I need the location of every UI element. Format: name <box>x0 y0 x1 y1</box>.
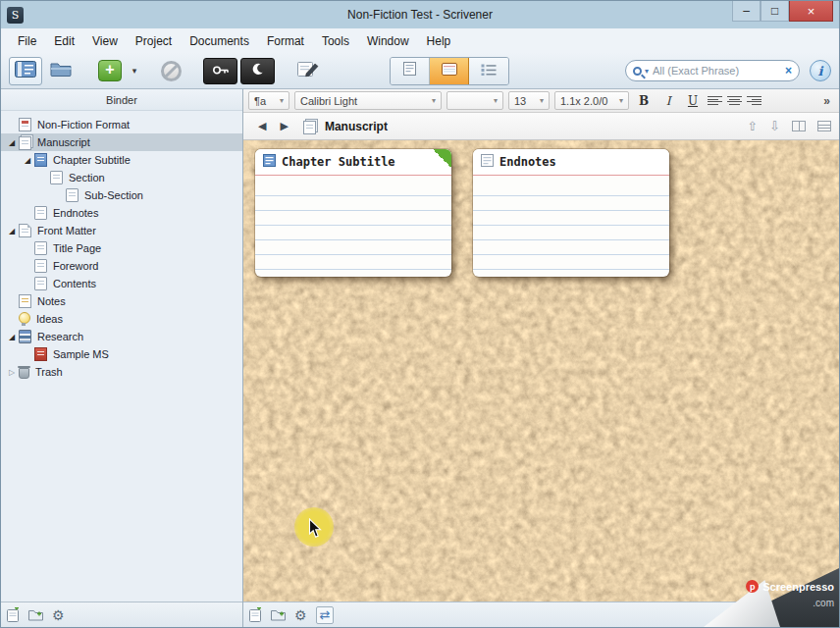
bold-button[interactable]: B <box>634 91 654 110</box>
binder-item-label: Sample MS <box>53 348 109 360</box>
add-item-button[interactable] <box>93 57 127 85</box>
binder-icon <box>15 61 36 81</box>
split-horizontal-icon[interactable] <box>817 121 831 131</box>
split-vertical-icon[interactable] <box>792 121 806 131</box>
binder-item-manuscript[interactable]: Manuscript <box>1 133 242 151</box>
font-select[interactable]: Calibri Light <box>294 91 442 110</box>
font-size-select[interactable]: 13 <box>508 91 550 110</box>
disclosure-expanded-icon[interactable] <box>5 138 19 147</box>
binder-item-ideas[interactable]: Ideas <box>1 310 242 328</box>
up-arrow-icon[interactable]: ⇧ <box>747 119 758 133</box>
align-center-button[interactable] <box>727 95 742 106</box>
close-button[interactable]: × <box>789 1 833 22</box>
menu-project[interactable]: Project <box>127 31 181 51</box>
binder-item-label: Endnotes <box>53 207 98 219</box>
add-item-dropdown[interactable] <box>129 66 140 76</box>
manuscript-icon <box>303 121 316 134</box>
search-icon[interactable] <box>633 67 642 76</box>
gear-icon[interactable]: ⚙ <box>294 608 307 622</box>
binder-item-sub-section[interactable]: Sub-Section <box>1 186 242 204</box>
document-view-button[interactable] <box>391 58 430 84</box>
back-button[interactable]: ◀ <box>251 118 273 134</box>
search-scope-dropdown-icon[interactable]: ▾ <box>645 67 649 76</box>
collections-button[interactable] <box>44 57 78 85</box>
idea-icon <box>19 312 30 326</box>
italic-button[interactable]: I <box>658 91 678 110</box>
minimize-button[interactable]: – <box>732 1 761 22</box>
menu-window[interactable]: Window <box>358 31 418 51</box>
menu-documents[interactable]: Documents <box>181 31 258 51</box>
remove-button[interactable] <box>154 57 187 85</box>
binder-item-label: Contents <box>53 278 96 289</box>
binder-item-section[interactable]: Section <box>1 169 242 186</box>
search-clear-icon[interactable]: × <box>781 64 792 78</box>
align-left-button[interactable] <box>708 95 722 106</box>
binder-item-front-matter[interactable]: Front Matter <box>1 222 242 239</box>
add-folder-button[interactable] <box>28 608 43 621</box>
card-ruled-lines <box>473 182 669 277</box>
binder-item-label: Notes <box>37 295 66 307</box>
doc-icon <box>66 188 79 202</box>
binder-item-non-fiction-format[interactable]: Non-Fiction Format <box>1 116 242 133</box>
binder-item-sample-ms[interactable]: Sample MS <box>1 345 242 363</box>
gear-icon[interactable]: ⚙ <box>52 608 65 622</box>
font-variant-select[interactable] <box>446 91 503 110</box>
menu-format[interactable]: Format <box>258 31 313 51</box>
outliner-view-button[interactable] <box>469 58 508 84</box>
line-spacing-select[interactable]: 1.1x 2.0/0 <box>554 91 629 110</box>
format-overflow-button[interactable]: » <box>819 94 834 108</box>
doc-icon <box>50 171 63 184</box>
disclosure-expanded-icon[interactable] <box>5 227 19 236</box>
binder-item-label: Ideas <box>36 313 63 325</box>
menu-view[interactable]: View <box>83 31 127 51</box>
compose-new-button[interactable] <box>291 57 325 85</box>
card-title: Endnotes <box>499 155 556 169</box>
manuscript-icon <box>19 136 31 150</box>
key-icon <box>212 62 230 79</box>
binder-item-notes[interactable]: Notes <box>1 292 242 310</box>
pen-icon <box>297 60 319 81</box>
binder-item-research[interactable]: Research <box>1 328 242 345</box>
binder-item-foreword[interactable]: Foreword <box>1 257 242 275</box>
add-document-button[interactable] <box>7 607 20 622</box>
binder-tree: Non-Fiction Format Manuscript Chapter Su… <box>1 111 242 602</box>
corkboard-view-button[interactable] <box>430 58 469 84</box>
binder-toggle-button[interactable] <box>9 57 42 85</box>
underline-button[interactable]: U <box>683 91 703 110</box>
binder-item-trash[interactable]: Trash <box>1 363 242 381</box>
menu-tools[interactable]: Tools <box>313 31 358 51</box>
corkboard[interactable]: Chapter Subtitle Endnotes <box>243 140 839 602</box>
add-document-button[interactable] <box>249 607 262 622</box>
disclosure-expanded-icon[interactable] <box>21 156 34 165</box>
swap-editors-button[interactable]: ⇄ <box>316 606 335 624</box>
style-select[interactable]: ¶a <box>248 91 289 110</box>
compose-mode-button[interactable] <box>203 58 237 84</box>
inspector-info-button[interactable]: i <box>810 60 831 81</box>
disclosure-collapsed-icon[interactable] <box>5 368 19 377</box>
menu-edit[interactable]: Edit <box>45 31 83 51</box>
down-arrow-icon[interactable]: ⇩ <box>769 119 780 133</box>
binder-item-endnotes[interactable]: Endnotes <box>1 204 242 222</box>
binder-footer: ⚙ <box>1 602 242 627</box>
editor-title: Manuscript <box>325 120 388 133</box>
font-select-value: Calibri Light <box>300 95 357 107</box>
binder-item-title-page[interactable]: Title Page <box>1 239 242 257</box>
binder-item-chapter-subtitle[interactable]: Chapter Subtitle <box>1 151 242 169</box>
menu-file[interactable]: File <box>9 31 45 51</box>
disclosure-expanded-icon[interactable] <box>5 333 19 341</box>
document-view-icon <box>403 62 416 79</box>
forward-button[interactable]: ▶ <box>273 118 294 134</box>
index-card-endnotes[interactable]: Endnotes <box>473 149 669 277</box>
fullscreen-button[interactable] <box>240 58 275 84</box>
index-card-chapter-subtitle[interactable]: Chapter Subtitle <box>255 149 451 277</box>
menu-help[interactable]: Help <box>418 31 460 51</box>
binder-item-contents[interactable]: Contents <box>1 275 242 292</box>
add-folder-button[interactable] <box>271 608 286 621</box>
align-right-button[interactable] <box>747 95 761 106</box>
app-icon: S <box>7 7 24 24</box>
search-input[interactable] <box>653 65 781 77</box>
binder-panel: Binder Non-Fiction Format Manuscript Cha… <box>1 89 243 627</box>
binder-item-label: Chapter Subtitle <box>53 154 131 166</box>
red-book-icon <box>34 347 47 361</box>
maximize-button[interactable]: □ <box>761 1 789 22</box>
